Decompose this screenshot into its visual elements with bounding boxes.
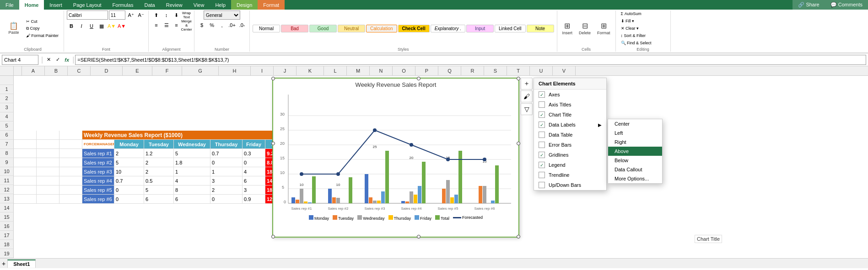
tab-format[interactable]: Format	[258, 0, 285, 10]
align-middle-button[interactable]: ↕	[162, 11, 171, 20]
row-2[interactable]: 2	[0, 94, 14, 103]
col-thursday[interactable]: Thursday	[210, 140, 243, 149]
col-friday[interactable]: Friday	[243, 140, 265, 149]
font-size-input[interactable]	[109, 11, 125, 20]
decrease-decimal-button[interactable]: .0-	[237, 21, 247, 30]
row-17[interactable]: 17	[0, 231, 14, 240]
chart-handle-tm[interactable]	[417, 77, 421, 80]
cut-button[interactable]: ✂ Cut	[24, 18, 61, 25]
trendline-checkbox[interactable]	[539, 172, 545, 178]
row-12[interactable]: 12	[0, 185, 14, 194]
sort-filter-button[interactable]: ↕ Sort & Filter	[619, 32, 648, 39]
elements-item-updown-bars[interactable]: Up/Down Bars	[534, 180, 606, 190]
row-18[interactable]: 18	[0, 240, 14, 249]
chart-title-checkbox[interactable]: ✓	[539, 111, 545, 118]
row-1[interactable]: 1	[0, 85, 14, 94]
col-tuesday[interactable]: Tuesday	[144, 140, 174, 149]
row-10[interactable]: 10	[0, 167, 14, 176]
elements-item-data-labels[interactable]: ✓ Data Labels ▶	[534, 120, 606, 130]
comma-button[interactable]: ,	[217, 21, 226, 30]
tab-data[interactable]: Data	[139, 0, 160, 10]
align-center-button[interactable]: ☰	[162, 21, 171, 30]
elements-item-gridlines[interactable]: ✓ Gridlines	[534, 150, 606, 160]
percent-button[interactable]: %	[207, 21, 216, 30]
italic-button[interactable]: I	[77, 21, 86, 31]
style-input[interactable]: Input	[466, 25, 494, 32]
tab-design[interactable]: Design	[231, 0, 258, 10]
style-bad[interactable]: Bad	[281, 25, 308, 32]
increase-decimal-button[interactable]: .0+	[227, 21, 237, 30]
col-header-l[interactable]: L	[324, 66, 347, 75]
tab-help[interactable]: Help	[210, 0, 231, 10]
axis-titles-checkbox[interactable]	[539, 101, 545, 108]
style-linked-cell[interactable]: Linked Cell	[495, 25, 525, 32]
updown-bars-checkbox[interactable]	[539, 182, 545, 188]
row-15[interactable]: 15	[0, 212, 14, 222]
elements-item-chart-title[interactable]: ✓ Chart Title	[534, 110, 606, 120]
col-header-f[interactable]: F	[152, 66, 182, 75]
underline-button[interactable]: U	[87, 21, 96, 31]
elements-item-trendline[interactable]: Trendline	[534, 170, 606, 180]
clear-button[interactable]: ✕ Clear ▾	[619, 25, 642, 32]
row-8[interactable]: 8	[0, 149, 14, 158]
col-header-m[interactable]: M	[347, 66, 370, 75]
copy-button[interactable]: ⧉ Copy	[24, 25, 61, 32]
datalabels-below[interactable]: Below	[608, 156, 662, 165]
tab-page-layout[interactable]: Page Layout	[68, 0, 107, 10]
chart-styles-button[interactable]: 🖌	[521, 90, 533, 102]
col-header-g[interactable]: G	[182, 66, 219, 75]
col-header-a[interactable]: A	[22, 66, 45, 75]
formula-input[interactable]	[75, 55, 866, 65]
legend-checkbox[interactable]: ✓	[539, 162, 545, 168]
datalabels-center[interactable]: Center	[608, 119, 662, 128]
chart-elements-button[interactable]: ＋	[521, 78, 533, 90]
error-bars-checkbox[interactable]	[539, 142, 545, 148]
datalabels-right[interactable]: Right	[608, 138, 662, 147]
col-header-k[interactable]: K	[297, 66, 324, 75]
col-header-b[interactable]: B	[45, 66, 68, 75]
datalabels-left[interactable]: Left	[608, 128, 662, 138]
col-wednesday[interactable]: Wednesday	[174, 140, 210, 149]
chart-handle-bl[interactable]	[271, 235, 275, 238]
increase-font-button[interactable]: A⁺	[126, 11, 135, 20]
cancel-formula-button[interactable]: ✕	[44, 55, 53, 64]
align-right-button[interactable]: ≡	[172, 21, 181, 30]
col-header-i[interactable]: I	[251, 66, 274, 75]
chart-handle-tl[interactable]	[271, 77, 275, 80]
col-header-o[interactable]: O	[393, 66, 415, 75]
name-box[interactable]	[2, 55, 38, 65]
col-header-s[interactable]: S	[484, 66, 507, 75]
format-painter-button[interactable]: 🖌 Format Painter	[24, 32, 61, 39]
elements-item-axis-titles[interactable]: Axis Titles	[534, 100, 606, 110]
chart-container[interactable]: Weekly Revenue Sales Report 0 5 10 15 20…	[272, 78, 519, 238]
datalabels-above[interactable]: Above	[608, 147, 662, 156]
col-header-c[interactable]: C	[68, 66, 91, 75]
style-note[interactable]: Note	[527, 25, 554, 32]
elements-item-legend[interactable]: ✓ Legend	[534, 160, 606, 170]
border-button[interactable]: ▦	[97, 21, 106, 31]
merge-center-button[interactable]: Merge & Center	[182, 21, 191, 30]
tab-file[interactable]: File	[0, 0, 19, 10]
chart-filters-button[interactable]: ▽	[521, 103, 533, 115]
gridlines-checkbox[interactable]: ✓	[539, 152, 545, 158]
confirm-formula-button[interactable]: ✓	[53, 55, 62, 64]
share-button[interactable]: 🔗 Share	[793, 0, 825, 10]
data-labels-checkbox[interactable]: ✓	[539, 122, 545, 128]
insert-button[interactable]: ⊞ Insert	[560, 20, 575, 37]
style-good[interactable]: Good	[309, 25, 337, 32]
col-header-n[interactable]: N	[370, 66, 393, 75]
tab-view[interactable]: View	[188, 0, 210, 10]
row-14[interactable]: 14	[0, 203, 14, 212]
tab-formulas[interactable]: Formulas	[107, 0, 139, 10]
align-bottom-button[interactable]: ⬇	[172, 11, 181, 20]
delete-button[interactable]: ⊟ Delete	[577, 20, 593, 37]
col-header-d[interactable]: D	[91, 66, 123, 75]
tab-review[interactable]: Review	[161, 0, 188, 10]
row-9[interactable]: 9	[0, 158, 14, 167]
insert-function-button[interactable]: fx	[62, 55, 71, 64]
row-6[interactable]: 6	[0, 131, 14, 140]
chart-title-floating[interactable]: Chart Title	[695, 235, 722, 243]
comments-button[interactable]: 💬 Comments	[825, 0, 868, 10]
find-select-button[interactable]: 🔍 Find & Select	[619, 40, 654, 46]
style-explanatory[interactable]: Explanatory .	[431, 25, 465, 32]
